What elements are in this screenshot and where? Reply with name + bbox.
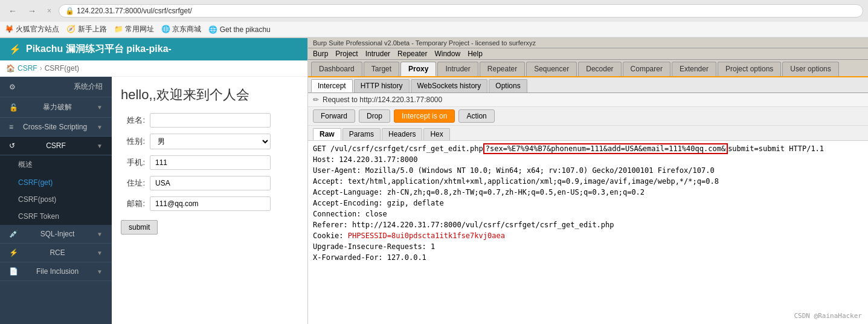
gender-select[interactable]: 男 女: [150, 134, 271, 149]
sidebar-item-csrf-post[interactable]: CSRF(post): [0, 191, 112, 208]
bookmark-pikachu[interactable]: 🌐 Get the pikachu: [208, 25, 270, 34]
bookmark-jd[interactable]: 🌐 京东商城: [161, 24, 201, 34]
home-icon: 🏠: [6, 64, 15, 73]
phone-input[interactable]: [150, 155, 271, 170]
content-tab-params[interactable]: Params: [342, 128, 381, 140]
sidebar-item-overview[interactable]: 概述: [0, 155, 112, 174]
site-content: ⚙ 系统介绍 🔓 暴力破解 ▼ ≡ Cross-Site Scripting ▼…: [0, 77, 307, 324]
burp-suite-panel: Burp Suite Professional v2.0beta - Tempo…: [308, 38, 868, 324]
tab-dashboard[interactable]: Dashboard: [311, 62, 362, 76]
address-bar[interactable]: 🔒 124.220.31.77:8000/vul/csrf/csrfget/: [59, 4, 863, 18]
intercept-button[interactable]: Intercept is on: [394, 109, 455, 123]
sidebar-item-csrf[interactable]: ↺ CSRF ▼: [0, 137, 112, 155]
csrf-icon: ↺: [9, 141, 15, 150]
forward-button[interactable]: →: [24, 5, 40, 17]
page-title: hello,,欢迎来到个人会: [121, 86, 298, 104]
tab-repeater[interactable]: Repeater: [480, 62, 525, 76]
email-input[interactable]: [150, 196, 271, 211]
request-line-8: Referer: http://124.220.31.77:8000/vul/c…: [313, 219, 863, 230]
content-tab-headers[interactable]: Headers: [382, 128, 422, 140]
forward-button[interactable]: Forward: [313, 109, 355, 123]
sidebar-item-intro[interactable]: ⚙ 系统介绍: [0, 77, 112, 97]
file-icon: 📄: [9, 267, 18, 276]
tab-proxy[interactable]: Proxy: [400, 62, 436, 76]
email-label: 邮箱:: [121, 198, 145, 209]
burp-menubar: Burp Project Intruder Repeater Window He…: [308, 48, 868, 60]
content-tab-hex[interactable]: Hex: [423, 128, 449, 140]
left-panel: ⚡ Pikachu 漏洞练习平台 pika-pika- 🏠 CSRF › CSR…: [0, 38, 308, 324]
proxy-tab-websockets[interactable]: WebSockets history: [411, 79, 488, 92]
menu-intruder[interactable]: Intruder: [365, 50, 390, 58]
tab-project-options[interactable]: Project options: [718, 62, 781, 76]
lock-icon: 🔒: [65, 7, 74, 15]
tab-target[interactable]: Target: [364, 62, 399, 76]
phone-label: 手机:: [121, 157, 145, 168]
sidebar-label-file: File Inclusion: [36, 267, 79, 276]
browser-chrome: ← → × 🔒 124.220.31.77:8000/vul/csrf/csrf…: [0, 0, 868, 38]
sidebar-item-fileinclusion[interactable]: 📄 File Inclusion ▼: [0, 262, 112, 281]
breadcrumb-sep: ›: [40, 64, 42, 73]
address-input[interactable]: [150, 176, 271, 190]
request-line-2: Host: 124.220.31.77:8000: [313, 154, 863, 165]
sidebar-item-csrf-get[interactable]: CSRF(get): [0, 174, 112, 191]
sidebar-label-bruteforce: 暴力破解: [43, 102, 72, 112]
submit-button[interactable]: submit: [121, 220, 158, 235]
tab-decoder[interactable]: Decoder: [578, 62, 621, 76]
site-title: Pikachu 漏洞练习平台 pika-pika-: [26, 43, 172, 56]
breadcrumb-csrf-get: CSRF(get): [45, 64, 79, 73]
menu-window[interactable]: Window: [434, 50, 460, 58]
request-line-3: User-Agent: Mozilla/5.0 (Windows NT 10.0…: [313, 165, 863, 176]
sidebar-item-bruteforce[interactable]: 🔓 暴力破解 ▼: [0, 97, 112, 118]
sidebar-label-xss: Cross-Site Scripting: [23, 123, 87, 131]
close-button[interactable]: ×: [43, 5, 55, 16]
intro-icon: ⚙: [9, 83, 16, 91]
tab-user-options[interactable]: User options: [782, 62, 838, 76]
burp-titlebar: Burp Suite Professional v2.0beta - Tempo…: [308, 38, 868, 48]
proxy-tab-intercept[interactable]: Intercept: [311, 79, 353, 92]
site-header: ⚡ Pikachu 漏洞练习平台 pika-pika-: [0, 38, 307, 60]
sidebar-label-intro: 系统介绍: [74, 82, 103, 92]
tab-sequencer[interactable]: Sequencer: [526, 62, 577, 76]
bruteforce-icon: 🔓: [9, 103, 18, 112]
rce-icon: ⚡: [9, 248, 18, 257]
sidebar-item-sqlinject[interactable]: 💉 SQL-Inject ▼: [0, 225, 112, 244]
menu-repeater[interactable]: Repeater: [397, 50, 427, 58]
menu-project[interactable]: Project: [335, 50, 358, 58]
proxy-tab-options[interactable]: Options: [489, 79, 527, 92]
page-body: hello,,欢迎来到个人会 姓名: 性别: 男 女 手机:: [112, 77, 307, 324]
content-tab-raw[interactable]: Raw: [313, 128, 341, 140]
pencil-icon: ✏: [313, 96, 319, 104]
bookmark-firefox[interactable]: 🦊 火狐官方站点: [5, 24, 59, 34]
sidebar-item-rce[interactable]: ⚡ RCE ▼: [0, 244, 112, 262]
back-button[interactable]: ←: [5, 5, 21, 17]
pikachu-icon: ⚡: [9, 44, 21, 55]
proxy-tabs: Intercept HTTP history WebSockets histor…: [308, 77, 868, 93]
proxy-tab-http-history[interactable]: HTTP history: [354, 79, 410, 92]
xss-icon: ≡: [9, 123, 13, 131]
sidebar-item-csrf-token[interactable]: CSRF Token: [0, 208, 112, 225]
request-line-10: Upgrade-Insecure-Requests: 1: [313, 241, 863, 252]
bookmark-common[interactable]: 📁 常用网址: [114, 24, 154, 34]
form-row-phone: 手机:: [121, 155, 298, 170]
tab-intruder[interactable]: Intruder: [437, 62, 478, 76]
menu-burp[interactable]: Burp: [313, 50, 328, 58]
burp-toolbar: Forward Drop Intercept is on Action: [308, 107, 868, 126]
chevron-down-rce-icon: ▼: [97, 250, 103, 256]
cookie-value: PHPSESSID=8ui0pdscta1itk1fse7kvj0aea: [348, 232, 505, 240]
action-button[interactable]: Action: [458, 109, 494, 123]
request-url: Request to http://124.220.31.77:8000: [323, 96, 442, 104]
name-input[interactable]: [150, 113, 271, 128]
tab-comparer[interactable]: Comparer: [623, 62, 670, 76]
request-line-7: Connection: close: [313, 209, 863, 219]
drop-button[interactable]: Drop: [359, 109, 390, 123]
sql-icon: 💉: [9, 230, 18, 238]
gender-label: 性别:: [121, 136, 145, 147]
menu-help[interactable]: Help: [468, 50, 483, 58]
tab-extender[interactable]: Extender: [672, 62, 716, 76]
main-layout: ⚡ Pikachu 漏洞练习平台 pika-pika- 🏠 CSRF › CSR…: [0, 38, 868, 324]
form-row-gender: 性别: 男 女: [121, 134, 298, 149]
breadcrumb-csrf[interactable]: CSRF: [18, 64, 37, 73]
sidebar-item-xss[interactable]: ≡ Cross-Site Scripting ▼: [0, 118, 112, 137]
bookmark-newbie[interactable]: 🧭 新手上路: [66, 24, 106, 34]
content-tabs: Raw Params Headers Hex: [308, 126, 868, 141]
